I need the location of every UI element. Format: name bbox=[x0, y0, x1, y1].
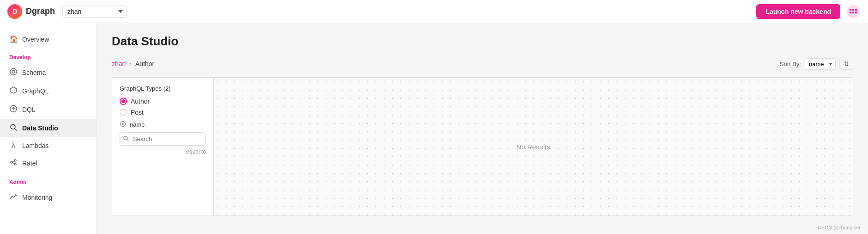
logo-initial: D bbox=[12, 8, 17, 15]
field-label: name bbox=[130, 121, 145, 128]
sort-direction-button[interactable]: ⇅ bbox=[839, 58, 853, 70]
svg-point-14 bbox=[14, 160, 16, 161]
sidebar-item-ratel[interactable]: Ratel bbox=[0, 154, 96, 172]
logo-text: Dgraph bbox=[26, 6, 55, 16]
lambdas-icon: λ bbox=[9, 142, 18, 150]
breadcrumb-parent[interactable]: zhan bbox=[112, 60, 126, 68]
svg-rect-1 bbox=[850, 9, 851, 11]
filter-panel: GraphQL Types (2) Author Post name bbox=[112, 78, 214, 216]
svg-line-16 bbox=[12, 161, 14, 162]
svg-marker-9 bbox=[10, 87, 17, 93]
sidebar-label-dql: DQL bbox=[22, 106, 36, 113]
filter-footer: equal to bbox=[120, 148, 206, 155]
svg-point-19 bbox=[122, 123, 124, 125]
radio-author[interactable] bbox=[120, 98, 127, 105]
monitoring-icon bbox=[9, 192, 18, 203]
sidebar-label-lambdas: Lambdas bbox=[22, 142, 49, 149]
svg-line-12 bbox=[15, 129, 17, 130]
launch-new-backend-button[interactable]: Launch new backend bbox=[756, 4, 840, 19]
svg-rect-4 bbox=[850, 12, 851, 13]
svg-rect-5 bbox=[852, 12, 854, 13]
type-label-author: Author bbox=[131, 98, 150, 105]
search-input-wrapper bbox=[120, 132, 206, 146]
sidebar-item-data-studio[interactable]: Data Studio bbox=[0, 119, 96, 137]
svg-line-17 bbox=[12, 163, 14, 164]
type-label-post: Post bbox=[131, 109, 144, 116]
sidebar-item-lambdas[interactable]: λ Lambdas bbox=[0, 137, 96, 154]
dql-icon bbox=[9, 105, 18, 115]
sidebar-label-overview: Overview bbox=[22, 36, 49, 43]
ratel-icon bbox=[9, 158, 18, 168]
sidebar-item-dql[interactable]: DQL bbox=[0, 100, 96, 119]
sidebar-section-admin: Admin bbox=[0, 172, 96, 188]
navbar-right: Launch new backend bbox=[756, 4, 861, 19]
breadcrumb: zhan › Author bbox=[112, 60, 154, 68]
sidebar-label-monitoring: Monitoring bbox=[22, 194, 52, 201]
watermark: CSDN @zhangiser bbox=[818, 225, 861, 230]
navbar-left: D Dgraph zhan bbox=[7, 4, 127, 19]
radio-post[interactable] bbox=[120, 109, 127, 116]
sidebar-item-schema[interactable]: Schema bbox=[0, 63, 96, 82]
navbar: D Dgraph zhan Launch new backend bbox=[0, 0, 868, 23]
sidebar-label-schema: Schema bbox=[22, 69, 46, 76]
graphql-types-label: GraphQL Types (2) bbox=[120, 85, 206, 92]
field-icon bbox=[120, 121, 126, 129]
avatar[interactable] bbox=[846, 4, 861, 19]
field-item-name: name bbox=[120, 121, 206, 129]
logo: D Dgraph bbox=[7, 4, 55, 19]
home-icon: 🏠 bbox=[9, 35, 18, 43]
search-icon bbox=[123, 135, 129, 142]
filter-mode-label: equal to bbox=[186, 148, 206, 155]
svg-point-7 bbox=[10, 68, 17, 75]
schema-icon bbox=[9, 68, 18, 78]
no-results-label: No Results bbox=[516, 143, 550, 151]
data-studio-icon bbox=[9, 123, 18, 133]
sidebar-label-graphql: GraphQL bbox=[22, 87, 49, 95]
search-input[interactable] bbox=[120, 132, 206, 146]
svg-point-15 bbox=[14, 163, 16, 165]
type-option-post[interactable]: Post bbox=[120, 109, 206, 116]
type-option-author[interactable]: Author bbox=[120, 98, 206, 105]
sort-select[interactable]: name bbox=[805, 58, 836, 70]
sidebar-item-overview[interactable]: 🏠 Overview bbox=[0, 31, 96, 48]
results-panel: No Results bbox=[214, 78, 853, 216]
graphql-icon bbox=[9, 86, 18, 96]
svg-rect-3 bbox=[855, 9, 857, 11]
sidebar-label-data-studio: Data Studio bbox=[22, 124, 58, 132]
breadcrumb-current: Author bbox=[135, 60, 154, 68]
svg-point-13 bbox=[11, 161, 12, 163]
sidebar-label-ratel: Ratel bbox=[22, 160, 37, 167]
toolbar: zhan › Author Sort By: name ⇅ bbox=[112, 58, 853, 70]
svg-point-8 bbox=[12, 70, 15, 73]
backend-select[interactable]: zhan bbox=[62, 6, 127, 18]
sidebar-item-monitoring[interactable]: Monitoring bbox=[0, 188, 96, 207]
sidebar-item-graphql[interactable]: GraphQL bbox=[0, 82, 96, 100]
sidebar-section-develop: Develop bbox=[0, 48, 96, 63]
svg-rect-2 bbox=[852, 9, 854, 11]
breadcrumb-separator: › bbox=[129, 60, 132, 68]
sort-label: Sort By: bbox=[780, 61, 801, 68]
page-title: Data Studio bbox=[112, 34, 853, 49]
sort-row: Sort By: name ⇅ bbox=[780, 58, 853, 70]
ds-panel: GraphQL Types (2) Author Post name bbox=[112, 77, 853, 216]
svg-line-21 bbox=[127, 139, 128, 141]
main-layout: 🏠 Overview Develop Schema GraphQL DQL bbox=[0, 23, 868, 234]
main-content: Data Studio zhan › Author Sort By: name … bbox=[97, 23, 868, 234]
svg-rect-6 bbox=[855, 12, 857, 13]
logo-icon: D bbox=[7, 4, 22, 19]
sidebar: 🏠 Overview Develop Schema GraphQL DQL bbox=[0, 23, 97, 234]
